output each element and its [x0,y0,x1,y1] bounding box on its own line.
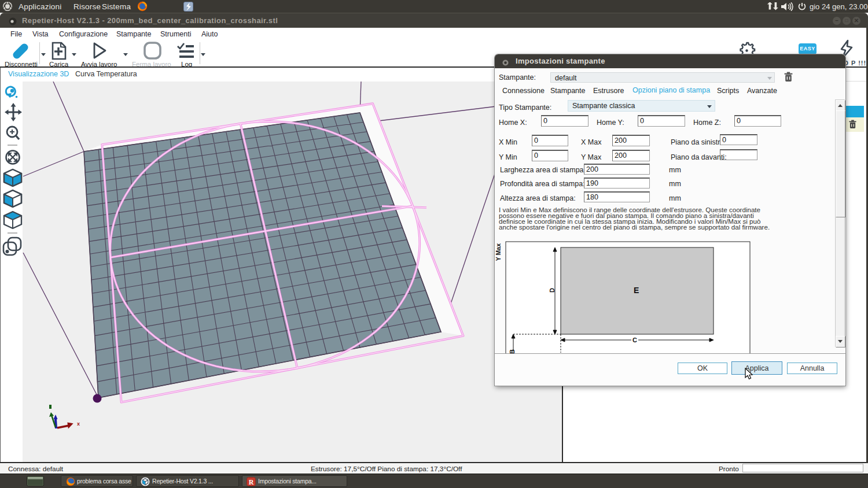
svg-text:Y Max: Y Max [495,243,502,261]
svg-text:x: x [77,421,80,427]
svg-text:R: R [249,478,254,486]
svg-text:C: C [632,337,637,343]
svg-text:D: D [549,288,556,293]
svg-text:E: E [634,286,639,295]
